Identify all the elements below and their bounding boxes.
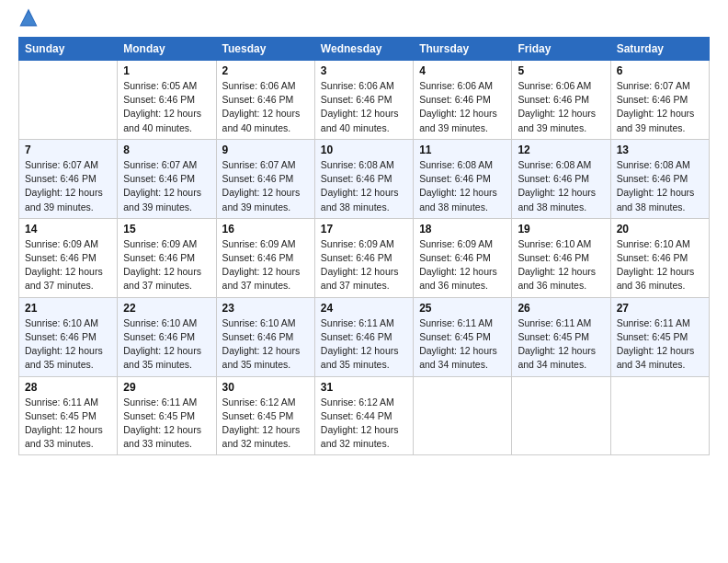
calendar-cell: 16Sunrise: 6:09 AM Sunset: 6:46 PM Dayli… <box>216 218 314 297</box>
day-number: 14 <box>25 223 111 236</box>
calendar-cell: 9Sunrise: 6:07 AM Sunset: 6:46 PM Daylig… <box>216 139 314 218</box>
header-sunday: Sunday <box>19 38 118 61</box>
header <box>18 15 710 28</box>
calendar-cell: 12Sunrise: 6:08 AM Sunset: 6:46 PM Dayli… <box>512 139 610 218</box>
day-info: Sunrise: 6:12 AM Sunset: 6:45 PM Dayligh… <box>222 396 309 452</box>
calendar-cell <box>19 61 118 140</box>
day-number: 7 <box>25 144 111 156</box>
day-info: Sunrise: 6:09 AM Sunset: 6:46 PM Dayligh… <box>419 237 506 293</box>
calendar-cell: 1Sunrise: 6:05 AM Sunset: 6:46 PM Daylig… <box>118 61 216 140</box>
calendar-table: SundayMondayTuesdayWednesdayThursdayFrid… <box>18 37 710 455</box>
day-info: Sunrise: 6:07 AM Sunset: 6:46 PM Dayligh… <box>123 158 210 214</box>
day-info: Sunrise: 6:09 AM Sunset: 6:46 PM Dayligh… <box>25 237 111 293</box>
page: SundayMondayTuesdayWednesdayThursdayFrid… <box>0 0 728 563</box>
day-number: 16 <box>222 223 309 236</box>
calendar-cell: 8Sunrise: 6:07 AM Sunset: 6:46 PM Daylig… <box>118 139 216 218</box>
day-number: 8 <box>123 144 210 156</box>
calendar-cell: 25Sunrise: 6:11 AM Sunset: 6:45 PM Dayli… <box>414 297 512 376</box>
day-info: Sunrise: 6:10 AM Sunset: 6:46 PM Dayligh… <box>518 237 604 293</box>
day-info: Sunrise: 6:09 AM Sunset: 6:46 PM Dayligh… <box>321 237 407 293</box>
day-info: Sunrise: 6:10 AM Sunset: 6:46 PM Dayligh… <box>617 237 703 293</box>
calendar-cell: 21Sunrise: 6:10 AM Sunset: 6:46 PM Dayli… <box>19 297 118 376</box>
day-number: 27 <box>617 302 703 315</box>
day-number: 28 <box>25 381 111 394</box>
day-info: Sunrise: 6:11 AM Sunset: 6:46 PM Dayligh… <box>321 316 407 373</box>
header-tuesday: Tuesday <box>216 38 314 61</box>
header-friday: Friday <box>512 38 610 61</box>
calendar-cell: 17Sunrise: 6:09 AM Sunset: 6:46 PM Dayli… <box>314 218 413 297</box>
day-info: Sunrise: 6:10 AM Sunset: 6:46 PM Dayligh… <box>25 316 111 373</box>
day-number: 11 <box>419 144 506 156</box>
calendar-body: 1Sunrise: 6:05 AM Sunset: 6:46 PM Daylig… <box>19 61 710 455</box>
day-info: Sunrise: 6:06 AM Sunset: 6:46 PM Dayligh… <box>518 79 604 135</box>
day-number: 6 <box>617 64 703 77</box>
calendar-cell: 19Sunrise: 6:10 AM Sunset: 6:46 PM Dayli… <box>512 218 610 297</box>
day-number: 22 <box>123 302 210 315</box>
week-row-3: 14Sunrise: 6:09 AM Sunset: 6:46 PM Dayli… <box>19 218 710 297</box>
calendar-cell: 6Sunrise: 6:07 AM Sunset: 6:46 PM Daylig… <box>610 61 709 140</box>
days-of-week-row: SundayMondayTuesdayWednesdayThursdayFrid… <box>19 38 710 61</box>
calendar-cell: 15Sunrise: 6:09 AM Sunset: 6:46 PM Dayli… <box>118 218 216 297</box>
week-row-5: 28Sunrise: 6:11 AM Sunset: 6:45 PM Dayli… <box>19 376 710 455</box>
day-number: 24 <box>321 302 407 315</box>
header-wednesday: Wednesday <box>314 38 413 61</box>
calendar-cell: 29Sunrise: 6:11 AM Sunset: 6:45 PM Dayli… <box>118 376 216 455</box>
week-row-1: 1Sunrise: 6:05 AM Sunset: 6:46 PM Daylig… <box>19 61 710 140</box>
day-info: Sunrise: 6:10 AM Sunset: 6:46 PM Dayligh… <box>123 316 210 373</box>
day-info: Sunrise: 6:11 AM Sunset: 6:45 PM Dayligh… <box>419 316 506 373</box>
day-number: 5 <box>518 64 604 77</box>
day-number: 26 <box>518 302 604 315</box>
day-info: Sunrise: 6:09 AM Sunset: 6:46 PM Dayligh… <box>222 237 309 293</box>
calendar-cell: 3Sunrise: 6:06 AM Sunset: 6:46 PM Daylig… <box>314 61 413 140</box>
day-number: 15 <box>123 223 210 236</box>
day-info: Sunrise: 6:11 AM Sunset: 6:45 PM Dayligh… <box>123 396 210 452</box>
calendar-cell: 5Sunrise: 6:06 AM Sunset: 6:46 PM Daylig… <box>512 61 610 140</box>
day-info: Sunrise: 6:05 AM Sunset: 6:46 PM Dayligh… <box>123 79 210 135</box>
day-number: 9 <box>222 144 309 156</box>
day-info: Sunrise: 6:08 AM Sunset: 6:46 PM Dayligh… <box>321 158 407 214</box>
day-number: 29 <box>123 381 210 394</box>
header-thursday: Thursday <box>414 38 512 61</box>
calendar-cell: 14Sunrise: 6:09 AM Sunset: 6:46 PM Dayli… <box>19 218 118 297</box>
day-info: Sunrise: 6:12 AM Sunset: 6:44 PM Dayligh… <box>321 396 407 452</box>
header-saturday: Saturday <box>610 38 709 61</box>
calendar-cell <box>414 376 512 455</box>
day-number: 20 <box>617 223 703 236</box>
calendar-cell: 13Sunrise: 6:08 AM Sunset: 6:46 PM Dayli… <box>610 139 709 218</box>
day-info: Sunrise: 6:11 AM Sunset: 6:45 PM Dayligh… <box>518 316 604 373</box>
calendar-cell: 20Sunrise: 6:10 AM Sunset: 6:46 PM Dayli… <box>610 218 709 297</box>
calendar-cell: 26Sunrise: 6:11 AM Sunset: 6:45 PM Dayli… <box>512 297 610 376</box>
calendar-cell: 4Sunrise: 6:06 AM Sunset: 6:46 PM Daylig… <box>414 61 512 140</box>
day-number: 30 <box>222 381 309 394</box>
day-info: Sunrise: 6:06 AM Sunset: 6:46 PM Dayligh… <box>321 79 407 135</box>
day-number: 3 <box>321 64 407 77</box>
day-number: 17 <box>321 223 407 236</box>
calendar-header: SundayMondayTuesdayWednesdayThursdayFrid… <box>19 38 710 61</box>
calendar-cell: 11Sunrise: 6:08 AM Sunset: 6:46 PM Dayli… <box>414 139 512 218</box>
day-number: 31 <box>321 381 407 394</box>
day-info: Sunrise: 6:07 AM Sunset: 6:46 PM Dayligh… <box>222 158 309 214</box>
day-info: Sunrise: 6:10 AM Sunset: 6:46 PM Dayligh… <box>222 316 309 373</box>
day-number: 25 <box>419 302 506 315</box>
day-number: 4 <box>419 64 506 77</box>
day-info: Sunrise: 6:06 AM Sunset: 6:46 PM Dayligh… <box>419 79 506 135</box>
day-info: Sunrise: 6:08 AM Sunset: 6:46 PM Dayligh… <box>419 158 506 214</box>
day-info: Sunrise: 6:09 AM Sunset: 6:46 PM Dayligh… <box>123 237 210 293</box>
calendar-cell: 30Sunrise: 6:12 AM Sunset: 6:45 PM Dayli… <box>216 376 314 455</box>
day-number: 1 <box>123 64 210 77</box>
calendar-cell: 7Sunrise: 6:07 AM Sunset: 6:46 PM Daylig… <box>19 139 118 218</box>
day-info: Sunrise: 6:07 AM Sunset: 6:46 PM Dayligh… <box>617 79 703 135</box>
day-info: Sunrise: 6:11 AM Sunset: 6:45 PM Dayligh… <box>25 396 111 452</box>
logo <box>18 15 42 28</box>
calendar-cell: 22Sunrise: 6:10 AM Sunset: 6:46 PM Dayli… <box>118 297 216 376</box>
day-info: Sunrise: 6:06 AM Sunset: 6:46 PM Dayligh… <box>222 79 309 135</box>
header-monday: Monday <box>118 38 216 61</box>
calendar-cell <box>512 376 610 455</box>
day-number: 19 <box>518 223 604 236</box>
calendar-cell: 2Sunrise: 6:06 AM Sunset: 6:46 PM Daylig… <box>216 61 314 140</box>
calendar-cell: 31Sunrise: 6:12 AM Sunset: 6:44 PM Dayli… <box>314 376 413 455</box>
week-row-2: 7Sunrise: 6:07 AM Sunset: 6:46 PM Daylig… <box>19 139 710 218</box>
logo-icon <box>18 7 39 28</box>
day-info: Sunrise: 6:08 AM Sunset: 6:46 PM Dayligh… <box>518 158 604 214</box>
day-info: Sunrise: 6:11 AM Sunset: 6:45 PM Dayligh… <box>617 316 703 373</box>
